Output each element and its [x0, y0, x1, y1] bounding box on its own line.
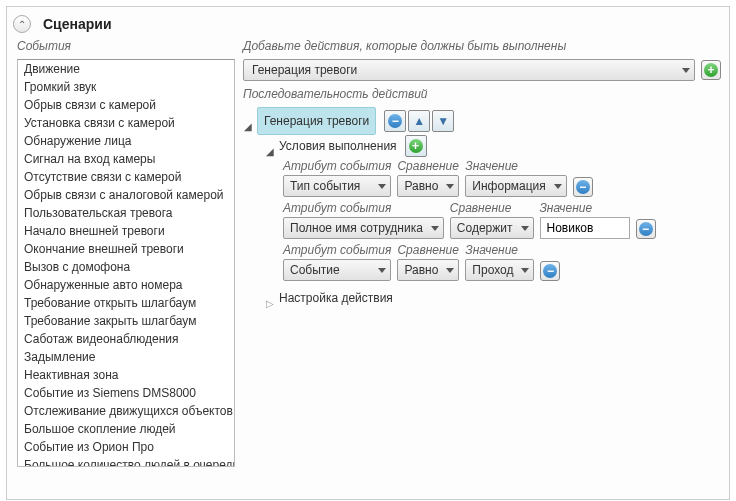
attribute-combo[interactable]: Полное имя сотрудника	[283, 217, 444, 239]
list-item[interactable]: Обнаружение лица	[18, 132, 234, 150]
body: События ДвижениеГромкий звукОбрыв связи …	[7, 39, 729, 495]
chevron-down-icon	[446, 184, 454, 189]
list-item[interactable]: Событие из Орион Про	[18, 438, 234, 456]
list-item[interactable]: Окончание внешней тревоги	[18, 240, 234, 258]
expander-icon[interactable]: ▷	[265, 293, 275, 303]
list-item[interactable]: Движение	[18, 60, 234, 78]
list-item[interactable]: Большое количество людей в очереди	[18, 456, 234, 467]
list-item[interactable]: Пользовательская тревога	[18, 204, 234, 222]
compare-combo[interactable]: Равно	[397, 259, 459, 281]
action-node: ◢ Генерация тревоги − ▲ ▼	[243, 107, 721, 135]
add-actions-label: Добавьте действия, которые должны быть в…	[243, 39, 721, 53]
arrow-up-icon: ▲	[413, 110, 425, 132]
compare-label: Сравнение	[397, 243, 459, 257]
list-item[interactable]: Требование закрыть шлагбаум	[18, 312, 234, 330]
condition-row: Атрибут событияПолное имя сотрудникаСрав…	[283, 201, 721, 239]
list-item[interactable]: Громкий звук	[18, 78, 234, 96]
panel: ⌃ Сценарии События ДвижениеГромкий звукО…	[6, 6, 730, 500]
chevron-down-icon	[378, 268, 386, 273]
chevron-down-icon	[446, 268, 454, 273]
value-combo[interactable]: Проход	[465, 259, 534, 281]
action-type-combo[interactable]: Генерация тревоги	[243, 59, 695, 81]
combo-text: Содержит	[457, 217, 513, 239]
settings-node: ▷ Настройка действия	[265, 287, 721, 309]
list-item[interactable]: Неактивная зона	[18, 366, 234, 384]
conditions-node: ◢ Условия выполнения +	[265, 135, 721, 157]
remove-action-button[interactable]: −	[384, 110, 406, 132]
combo-text: Информация	[472, 175, 545, 197]
add-action-button[interactable]: +	[701, 60, 721, 80]
events-pane: События ДвижениеГромкий звукОбрыв связи …	[7, 39, 239, 495]
plus-icon: +	[704, 63, 718, 77]
chevron-down-icon	[431, 226, 439, 231]
list-item[interactable]: Обрыв связи с аналоговой камерой	[18, 186, 234, 204]
chevron-down-icon	[554, 184, 562, 189]
remove-condition-button[interactable]: −	[540, 261, 560, 281]
list-item[interactable]: Обрыв связи с камерой	[18, 96, 234, 114]
attribute-combo[interactable]: Тип события	[283, 175, 391, 197]
chevron-up-icon: ⌃	[18, 19, 26, 30]
sequence-label: Последовательность действий	[243, 87, 721, 101]
expander-icon[interactable]: ◢	[265, 141, 275, 151]
remove-condition-button[interactable]: −	[636, 219, 656, 239]
page-title: Сценарии	[43, 16, 112, 32]
minus-icon: −	[576, 180, 590, 194]
settings-node-label[interactable]: Настройка действия	[279, 287, 393, 309]
chevron-down-icon	[521, 268, 529, 273]
list-item[interactable]: Саботаж видеонаблюдения	[18, 330, 234, 348]
chevron-down-icon	[378, 184, 386, 189]
list-item[interactable]: Большое скопление людей	[18, 420, 234, 438]
value-label: Значение	[540, 201, 630, 215]
list-item[interactable]: Событие из Siemens DMS8000	[18, 384, 234, 402]
conditions-container: Атрибут событияТип событияСравнениеРавно…	[283, 159, 721, 281]
plus-icon: +	[409, 139, 423, 153]
combo-text: Событие	[290, 259, 340, 281]
actions-pane: Добавьте действия, которые должны быть в…	[239, 39, 729, 495]
compare-combo[interactable]: Содержит	[450, 217, 534, 239]
action-tree: ◢ Генерация тревоги − ▲ ▼ ◢ Условия выпо…	[243, 107, 721, 309]
chevron-down-icon	[682, 68, 690, 73]
header: ⌃ Сценарии	[7, 7, 729, 39]
combo-text: Равно	[404, 175, 438, 197]
list-item[interactable]: Сигнал на вход камеры	[18, 150, 234, 168]
conditions-node-toolbar: +	[405, 135, 427, 157]
action-node-toolbar: − ▲ ▼	[384, 110, 454, 132]
list-item[interactable]: Задымление	[18, 348, 234, 366]
attr-label: Атрибут события	[283, 243, 391, 257]
action-add-row: Генерация тревоги +	[243, 59, 721, 81]
minus-icon: −	[543, 264, 557, 278]
events-label: События	[17, 39, 235, 53]
value-label: Значение	[465, 159, 566, 173]
value-input[interactable]	[540, 217, 630, 239]
add-condition-button[interactable]: +	[405, 135, 427, 157]
minus-icon: −	[639, 222, 653, 236]
expander-icon[interactable]: ◢	[243, 116, 253, 126]
compare-label: Сравнение	[450, 201, 534, 215]
chevron-down-icon	[521, 226, 529, 231]
events-list[interactable]: ДвижениеГромкий звукОбрыв связи с камеро…	[17, 59, 235, 467]
condition-row: Атрибут событияТип событияСравнениеРавно…	[283, 159, 721, 197]
compare-combo[interactable]: Равно	[397, 175, 459, 197]
value-label: Значение	[465, 243, 534, 257]
list-item[interactable]: Начало внешней тревоги	[18, 222, 234, 240]
action-type-combo-text: Генерация тревоги	[252, 63, 357, 77]
move-down-button[interactable]: ▼	[432, 110, 454, 132]
condition-row: Атрибут событияСобытиеСравнениеРавноЗнач…	[283, 243, 721, 281]
attribute-combo[interactable]: Событие	[283, 259, 391, 281]
list-item[interactable]: Вызов с домофона	[18, 258, 234, 276]
list-item[interactable]: Отслеживание движущихся объектов	[18, 402, 234, 420]
list-item[interactable]: Обнаруженные авто номера	[18, 276, 234, 294]
compare-label: Сравнение	[397, 159, 459, 173]
move-up-button[interactable]: ▲	[408, 110, 430, 132]
list-item[interactable]: Отсутствие связи с камерой	[18, 168, 234, 186]
minus-icon: −	[388, 114, 402, 128]
value-combo[interactable]: Информация	[465, 175, 566, 197]
action-node-label[interactable]: Генерация тревоги	[257, 107, 376, 135]
remove-condition-button[interactable]: −	[573, 177, 593, 197]
conditions-node-label[interactable]: Условия выполнения	[279, 135, 397, 157]
list-item[interactable]: Установка связи с камерой	[18, 114, 234, 132]
collapse-button[interactable]: ⌃	[13, 15, 31, 33]
list-item[interactable]: Требование открыть шлагбаум	[18, 294, 234, 312]
combo-text: Тип события	[290, 175, 360, 197]
attr-label: Атрибут события	[283, 201, 444, 215]
